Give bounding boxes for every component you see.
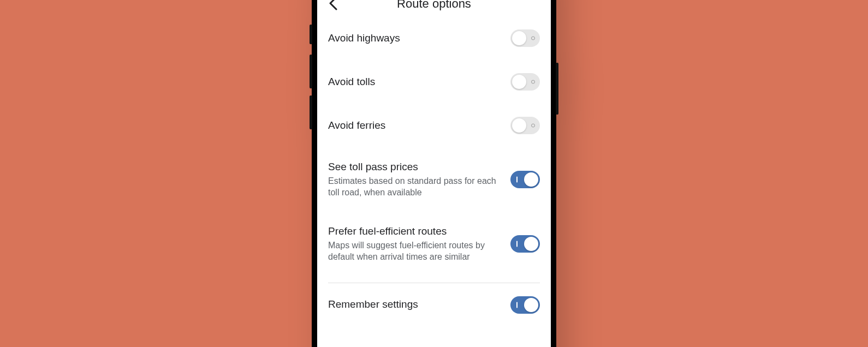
- option-text: Remember settings: [328, 298, 510, 312]
- option-label: Avoid ferries: [328, 119, 502, 133]
- option-avoid-ferries: Avoid ferries: [328, 104, 540, 147]
- screen: Route options Avoid highways Avoid tolls: [317, 0, 551, 347]
- toggle-avoid-tolls[interactable]: [510, 73, 540, 91]
- toggle-on-icon: [516, 302, 518, 308]
- toggle-prefer-fuel-efficient[interactable]: [510, 235, 540, 253]
- toggle-remember-settings[interactable]: [510, 296, 540, 314]
- option-remember-settings: Remember settings: [328, 283, 540, 327]
- toggle-avoid-ferries[interactable]: [510, 117, 540, 134]
- toggle-knob: [512, 31, 526, 45]
- back-button[interactable]: [324, 0, 343, 13]
- toggle-on-icon: [516, 241, 518, 247]
- toggle-knob: [524, 298, 538, 312]
- option-avoid-highways: Avoid highways: [328, 16, 540, 60]
- header: Route options: [317, 0, 551, 16]
- toggle-off-icon: [531, 124, 535, 128]
- page-title: Route options: [397, 0, 471, 11]
- option-prefer-fuel-efficient: Prefer fuel-efficient routes Maps will s…: [328, 212, 540, 276]
- phone-button: [310, 25, 312, 44]
- option-label: See toll pass prices: [328, 160, 502, 174]
- phone-button: [556, 63, 558, 115]
- toggle-knob: [524, 172, 538, 187]
- option-sublabel: Maps will suggest fuel-efficient routes …: [328, 240, 502, 263]
- option-text: Prefer fuel-efficient routes Maps will s…: [328, 225, 510, 263]
- toggle-avoid-highways[interactable]: [510, 29, 540, 47]
- phone-button: [310, 55, 312, 88]
- toggle-knob: [512, 75, 526, 89]
- option-label: Remember settings: [328, 298, 502, 312]
- toggle-on-icon: [516, 176, 518, 182]
- option-text: See toll pass prices Estimates based on …: [328, 160, 510, 199]
- options-list: Avoid highways Avoid tolls Avoid f: [317, 16, 551, 327]
- option-sublabel: Estimates based on standard pass for eac…: [328, 175, 502, 199]
- phone-frame: Route options Avoid highways Avoid tolls: [312, 0, 556, 347]
- toggle-off-icon: [531, 37, 535, 40]
- option-text: Avoid highways: [328, 32, 510, 45]
- toggle-knob: [524, 237, 538, 251]
- option-see-toll-pass-prices: See toll pass prices Estimates based on …: [328, 147, 540, 212]
- option-label: Avoid tolls: [328, 75, 502, 89]
- option-text: Avoid tolls: [328, 75, 510, 89]
- toggle-knob: [512, 118, 526, 133]
- option-label: Prefer fuel-efficient routes: [328, 225, 502, 238]
- option-text: Avoid ferries: [328, 119, 510, 133]
- option-label: Avoid highways: [328, 32, 502, 45]
- toggle-see-toll-pass-prices[interactable]: [510, 171, 540, 188]
- option-avoid-tolls: Avoid tolls: [328, 60, 540, 104]
- phone-button: [310, 95, 312, 129]
- toggle-off-icon: [531, 80, 535, 84]
- chevron-left-icon: [329, 0, 338, 10]
